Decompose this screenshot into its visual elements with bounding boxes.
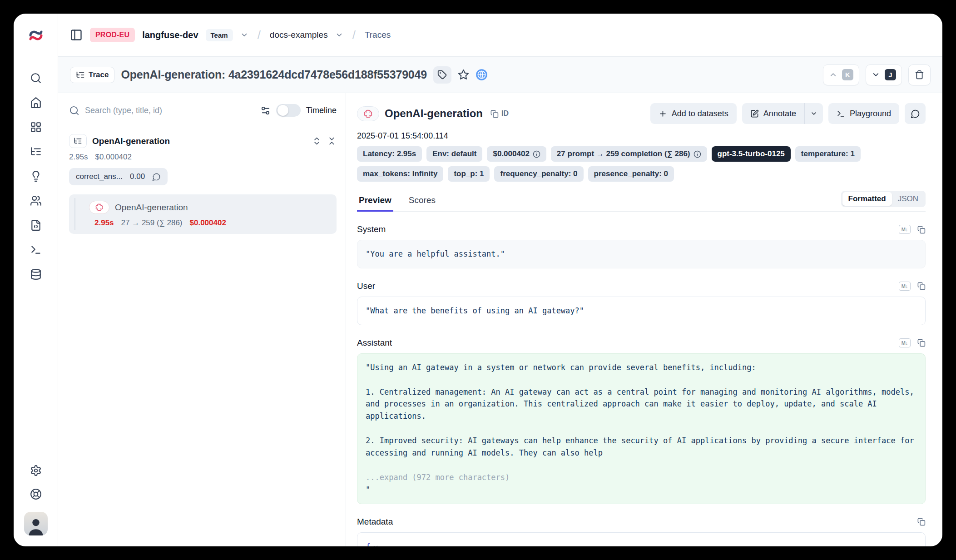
playground-button[interactable]: Playground <box>828 103 899 124</box>
format-formatted-option[interactable]: Formatted <box>842 192 892 206</box>
trace-title: OpenAI-generation: 4a2391624dcd7478e56d1… <box>121 68 427 81</box>
filter-settings-icon[interactable] <box>260 105 271 116</box>
database-icon <box>30 268 42 280</box>
trace-latency: 2.95s <box>69 153 88 162</box>
copy-icon[interactable] <box>917 225 926 234</box>
observation-row-selected[interactable]: OpenAI-generation 2.95s 27 → 259 (∑ 286)… <box>69 194 337 234</box>
delete-trace-button[interactable] <box>908 64 931 85</box>
share-visibility-button[interactable] <box>476 69 488 81</box>
trace-root-row[interactable]: OpenAI-generation <box>69 134 337 148</box>
assistant-paragraph: 2. Improved security: AI gateways can he… <box>366 435 917 459</box>
tags-button[interactable] <box>433 66 451 84</box>
comment-bubble-icon <box>911 109 920 119</box>
expand-link[interactable]: ...expand (972 more characters) <box>366 471 917 484</box>
copy-icon <box>490 109 499 118</box>
copy-icon[interactable] <box>917 517 926 526</box>
annotate-dropdown-button[interactable] <box>805 103 823 124</box>
score-badge[interactable]: correct_ans... 0.00 <box>69 168 168 185</box>
annotate-button[interactable]: Annotate <box>742 103 804 124</box>
sidebar-item-tracing[interactable] <box>30 146 42 158</box>
annotate-split-button: Annotate <box>742 103 823 124</box>
sidebar-item-prompts[interactable] <box>30 219 42 231</box>
tree-indent-guide <box>74 198 75 230</box>
collapse-all-icon[interactable] <box>327 136 337 146</box>
assistant-section-label: Assistant <box>357 338 392 348</box>
env-badge: Env: default <box>426 146 482 162</box>
info-icon <box>533 150 540 158</box>
user-avatar[interactable] <box>24 512 48 535</box>
comment-bubble-icon <box>152 173 161 181</box>
trace-tree-panel: Timeline OpenAI-generation <box>58 93 346 546</box>
observation-tokens: 27 → 259 (∑ 286) <box>121 218 183 228</box>
trace-node-chip <box>69 134 87 148</box>
settings-button[interactable] <box>30 465 42 476</box>
top-p-badge: top_p: 1 <box>448 166 490 182</box>
observation-badges: Latency: 2.95s Env: default $0.000402 27… <box>357 146 926 182</box>
trace-type-label: Trace <box>89 70 109 79</box>
keyboard-shortcut-k: K <box>842 69 853 80</box>
observation-name: OpenAI-generation <box>115 203 188 213</box>
latency-badge: Latency: 2.95s <box>357 146 422 162</box>
markdown-toggle-icon[interactable]: M↓ <box>899 338 911 347</box>
sidebar-item-search[interactable] <box>30 72 42 84</box>
home-icon <box>30 97 42 109</box>
breadcrumb-traces-link[interactable]: Traces <box>365 30 391 40</box>
panel-left-icon <box>70 29 83 41</box>
assistant-closing-quote: " <box>366 484 917 496</box>
comments-button[interactable] <box>905 103 926 124</box>
markdown-toggle-icon[interactable]: M↓ <box>899 282 911 291</box>
sidebar-item-dashboards[interactable] <box>30 121 42 133</box>
timeline-toggle[interactable] <box>276 104 301 117</box>
project-name[interactable]: docs-examples <box>270 30 328 40</box>
breadcrumb-bar: PROD-EU langfuse-dev Team / docs-example… <box>58 14 942 57</box>
org-switcher-button[interactable] <box>240 31 248 39</box>
tab-scores[interactable]: Scores <box>407 195 437 211</box>
globe-icon <box>476 69 488 81</box>
org-role-badge: Team <box>206 29 233 41</box>
sidebar-item-home[interactable] <box>30 97 42 109</box>
sidebar-item-evaluation[interactable] <box>30 170 42 182</box>
search-input[interactable] <box>85 106 255 115</box>
metadata-json-brace: { <box>366 540 371 546</box>
system-message-content: "You are a helpful assistant." <box>357 240 926 268</box>
assistant-message-content: "Using an AI gateway in a system or netw… <box>357 353 926 504</box>
observation-title: OpenAI-generation <box>385 107 483 120</box>
support-button[interactable] <box>30 488 42 500</box>
tab-preview[interactable]: Preview <box>357 195 393 211</box>
cost-badge[interactable]: $0.000402 <box>487 146 546 162</box>
assistant-section: Assistant M↓ "Using an AI gateway in a s… <box>357 338 926 504</box>
tokens-badge[interactable]: 27 prompt → 259 completion (∑ 286) <box>551 146 707 162</box>
observation-cost: $0.000402 <box>190 218 226 228</box>
list-tree-icon <box>30 146 42 158</box>
score-value: 0.00 <box>130 172 145 181</box>
timeline-toggle-label: Timeline <box>306 106 337 115</box>
prev-trace-button[interactable]: K <box>823 64 859 85</box>
sidebar-item-datasets[interactable] <box>30 268 42 280</box>
copy-icon[interactable] <box>917 282 926 290</box>
trash-icon <box>915 70 924 79</box>
add-to-datasets-button[interactable]: Add to datasets <box>650 103 737 124</box>
org-name[interactable]: langfuse-dev <box>142 30 198 40</box>
project-switcher-button[interactable] <box>335 31 343 39</box>
next-trace-button[interactable]: J <box>866 64 902 85</box>
terminal-icon <box>30 244 42 256</box>
panel-toggle-button[interactable] <box>70 29 83 41</box>
model-badge[interactable]: gpt-3.5-turbo-0125 <box>712 146 791 162</box>
assistant-paragraph: 1. Centralized management: An AI gateway… <box>366 386 917 423</box>
lifebuoy-icon <box>30 488 42 500</box>
markdown-toggle-icon[interactable]: M↓ <box>899 225 911 234</box>
json-expand-chevron[interactable] <box>372 544 379 546</box>
app-window: PROD-EU langfuse-dev Team / docs-example… <box>14 14 942 546</box>
copy-id-button[interactable]: ID <box>490 109 509 118</box>
format-json-option[interactable]: JSON <box>892 192 924 206</box>
bookmark-star-button[interactable] <box>458 69 469 80</box>
langfuse-logo[interactable] <box>28 14 44 57</box>
sidebar-item-users[interactable] <box>30 195 42 207</box>
file-code-icon <box>30 219 42 231</box>
sidebar-item-playground[interactable] <box>30 244 42 256</box>
user-section: User M↓ "What are the benefits of using … <box>357 281 926 325</box>
gear-icon <box>30 465 42 476</box>
copy-icon[interactable] <box>917 338 926 347</box>
expand-all-icon[interactable] <box>312 136 322 146</box>
search-icon <box>30 72 42 84</box>
